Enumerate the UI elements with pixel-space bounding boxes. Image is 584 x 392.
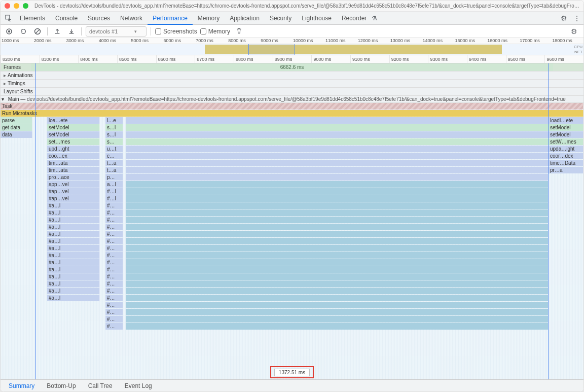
flame-right-label[interactable]: setW…mes [549, 138, 583, 145]
flame-label-col2[interactable]: #… [105, 224, 123, 230]
flame-label-col1[interactable]: tim…ata [47, 160, 100, 166]
details-tab-bottom-up[interactable]: Bottom-Up [41, 380, 82, 392]
flame-label-col2[interactable]: t…a [105, 160, 123, 166]
flame-label-col2[interactable]: #…l [105, 188, 123, 195]
flame-right-label[interactable]: time…Data [549, 160, 583, 166]
flame-label-col1[interactable]: app…vel [47, 181, 100, 188]
tab-performance[interactable]: Performance [148, 12, 193, 25]
session-select[interactable]: devtools #1 ▾ [86, 26, 147, 37]
flame-label-col2[interactable]: #… [105, 238, 123, 244]
flame-span[interactable] [126, 174, 549, 181]
flame-label-col2[interactable]: #… [105, 302, 123, 308]
settings-gear-icon[interactable]: ⚙ [561, 14, 567, 22]
flame-label-col1[interactable]: set…mes [47, 138, 100, 145]
flame-right-label[interactable]: loadi…ete [549, 117, 583, 124]
flame-span[interactable] [126, 231, 549, 237]
flame-span[interactable] [126, 309, 549, 315]
reload-button[interactable] [18, 26, 29, 37]
flame-label-col2[interactable]: s…l [105, 124, 123, 131]
flame-label-col2[interactable]: #… [105, 273, 123, 280]
flame-label-col2[interactable]: #… [105, 245, 123, 252]
flame-span[interactable] [126, 323, 549, 330]
task-bar[interactable]: Task [1, 103, 583, 110]
flame-label-col1[interactable]: upd…ght [47, 146, 100, 152]
flame-span[interactable] [126, 295, 549, 301]
flame-label-col1[interactable]: tim…ata [47, 167, 100, 173]
flame-label-col1[interactable]: #a…l [47, 295, 100, 301]
flame-label-col2[interactable]: t…a [105, 167, 123, 173]
flame-label-col1[interactable]: pro…ace [47, 174, 100, 181]
flame-span[interactable] [126, 117, 549, 124]
flame-right-label[interactable]: setModel [549, 131, 583, 138]
flame-label-col1[interactable]: #a…l [47, 252, 100, 259]
minimize-window-button[interactable] [14, 3, 19, 9]
flame-span[interactable] [126, 146, 549, 152]
memory-checkbox-input[interactable] [200, 28, 206, 34]
flame-span[interactable] [126, 167, 549, 173]
flame-label-col0[interactable]: parse [1, 117, 32, 124]
flame-span[interactable] [126, 316, 549, 323]
flame-label-col1[interactable]: coo…ex [47, 153, 100, 159]
tab-security[interactable]: Security [265, 12, 297, 25]
tab-elements[interactable]: Elements [15, 12, 50, 25]
main-track-header[interactable]: ▾ Main — devtools://devtools/bundled/dev… [1, 96, 583, 103]
flame-span[interactable] [126, 266, 549, 273]
clear-button[interactable] [32, 26, 43, 37]
frames-track[interactable]: Frames 6662.6 ms [1, 63, 583, 72]
flame-label-col2[interactable]: #… [105, 231, 123, 237]
flame-label-col0[interactable]: data [1, 131, 32, 138]
flame-label-col2[interactable]: #…l [105, 195, 123, 202]
flame-label-col2[interactable]: s… [105, 138, 123, 145]
flame-span[interactable] [126, 138, 549, 145]
flamechart[interactable]: Frames 6662.6 ms ▸Animations ▸Timings La… [1, 63, 583, 379]
save-profile-button[interactable] [66, 26, 77, 37]
flame-span[interactable] [126, 224, 549, 230]
flame-label-col2[interactable]: #… [105, 280, 123, 287]
flame-label-col2[interactable]: #… [105, 323, 123, 330]
trash-icon[interactable] [233, 27, 244, 35]
frames-bar[interactable]: 6662.6 ms [31, 63, 553, 71]
flame-label-col2[interactable]: #… [105, 295, 123, 301]
layout-shifts-track[interactable]: Layout Shifts [1, 88, 583, 96]
flame-label-col2[interactable]: #… [105, 252, 123, 259]
tab-network[interactable]: Network [115, 12, 148, 25]
flame-label-col1[interactable]: setModel [47, 124, 100, 131]
flame-label-col2[interactable]: #… [105, 217, 123, 223]
flame-label-col2[interactable]: #… [105, 316, 123, 323]
capture-settings-gear-icon[interactable]: ⚙ [571, 27, 577, 35]
flame-label-col1[interactable]: #a…l [47, 224, 100, 230]
memory-checkbox[interactable]: Memory [200, 28, 230, 35]
flame-label-col2[interactable]: #… [105, 259, 123, 266]
flame-span[interactable] [126, 188, 549, 195]
inspect-element-icon[interactable] [3, 12, 15, 24]
flame-right-label[interactable]: setModel [549, 124, 583, 131]
flame-label-col2[interactable]: s…l [105, 131, 123, 138]
close-window-button[interactable] [5, 3, 10, 9]
flame-label-col2[interactable]: #… [105, 209, 123, 216]
flame-label-col1[interactable]: setModel [47, 131, 100, 138]
flame-span[interactable] [126, 288, 549, 294]
range-start-marker[interactable] [35, 63, 36, 379]
flame-span[interactable] [126, 273, 549, 280]
flame-span[interactable] [126, 131, 549, 138]
timings-track[interactable]: ▸Timings [1, 80, 583, 88]
flame-span[interactable] [126, 124, 549, 131]
record-button[interactable] [4, 26, 15, 37]
flame-label-col2[interactable]: #… [105, 202, 123, 209]
microtasks-bar[interactable]: Run Microtasks [1, 110, 583, 117]
flame-label-col1[interactable]: #a…l [47, 217, 100, 223]
flame-span[interactable] [126, 202, 549, 209]
flame-label-col0[interactable]: get data [1, 124, 32, 131]
range-end-marker[interactable] [548, 63, 549, 379]
more-menu-icon[interactable]: ⋮ [573, 14, 580, 22]
flame-span[interactable] [126, 245, 549, 252]
flame-span[interactable] [126, 195, 549, 202]
details-tab-event-log[interactable]: Event Log [119, 380, 158, 392]
details-tab-call-tree[interactable]: Call Tree [82, 380, 119, 392]
tab-application[interactable]: Application [225, 12, 265, 25]
flame-span[interactable] [126, 160, 549, 166]
flame-label-col1[interactable]: #ap…vel [47, 188, 100, 195]
flame-label-col2[interactable]: c… [105, 153, 123, 159]
overview-body[interactable]: CPU NET [1, 44, 583, 55]
tab-console[interactable]: Console [50, 12, 83, 25]
